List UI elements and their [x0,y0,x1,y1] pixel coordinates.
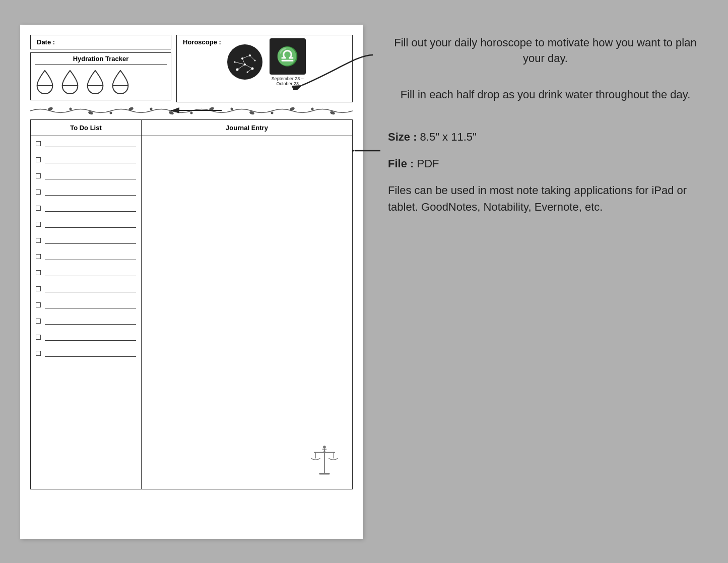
libra-symbol: ♎ [276,46,299,67]
todo-line [45,334,136,341]
checkbox [36,335,41,340]
vine-divider [30,106,353,115]
water-drop-3 [85,70,105,95]
file-label: File : [388,157,414,170]
checkbox [36,286,41,291]
todo-line [45,237,136,244]
todo-line [45,172,136,179]
size-label: Size : [388,131,417,143]
horoscope-label: Horoscope : [183,38,221,46]
list-item [36,269,136,276]
list-item [36,334,136,341]
svg-point-30 [190,111,193,114]
info-panel: Fill out your daily horoscope to motivat… [383,25,708,240]
drops-row [35,68,167,98]
journal-header: Journal Entry [142,120,352,136]
svg-point-29 [150,107,153,110]
svg-line-15 [242,55,250,58]
svg-line-13 [245,65,252,69]
list-item [36,350,136,357]
file-row: File : PDF [388,155,703,172]
checkbox [36,222,41,227]
list-item [36,205,136,212]
checkbox [36,351,41,356]
main-content: To Do List [30,119,353,489]
checkbox [36,254,41,259]
svg-point-28 [110,111,112,114]
list-item [36,285,136,292]
svg-point-39 [323,451,325,453]
hydration-annotation: Fill in each half drop as you drink wate… [388,87,703,103]
todo-header: To Do List [31,120,141,136]
size-value: 8.5" x 11.5" [420,131,477,143]
svg-line-16 [250,55,255,60]
todo-line [45,140,136,147]
hydration-title: Hydration Tracker [35,55,167,65]
file-info: File : PDF [388,155,703,172]
svg-point-33 [311,107,314,110]
todo-items [31,136,141,370]
size-row: Size : 8.5" x 11.5" [388,128,703,146]
libra-date: September 23 – October 23 [268,76,308,86]
svg-rect-35 [319,473,330,475]
todo-line [45,269,136,276]
todo-line [45,318,136,325]
todo-line [45,253,136,260]
libra-symbol-box: ♎ [270,38,306,75]
description-text: Files can be used in most note taking ap… [388,182,703,215]
svg-point-40 [323,446,326,449]
todo-line [45,301,136,308]
todo-line [45,189,136,196]
horoscope-box: Horoscope : [176,35,353,102]
checkbox [36,206,41,211]
list-item [36,318,136,325]
constellation-circle [227,44,262,80]
svg-line-17 [235,62,245,65]
checkbox [36,319,41,324]
list-item [36,156,136,163]
todo-line [45,350,136,357]
todo-line [45,205,136,212]
planner-document: Date : Hydration Tracker [20,25,363,539]
svg-line-12 [237,65,245,70]
file-value: PDF [417,157,439,170]
list-item [36,253,136,260]
horoscope-note: Fill out your daily horoscope to motivat… [388,35,703,67]
journal-body [142,136,352,489]
svg-point-27 [70,107,72,110]
list-item [36,221,136,228]
todo-line [45,221,136,228]
hydration-note: Fill in each half drop as you drink wate… [388,87,703,103]
checkbox [36,157,41,162]
journal-column: Journal Entry [142,120,352,489]
water-drop-1 [35,70,55,95]
checkbox [36,173,41,178]
hydration-section: Hydration Tracker [30,52,171,100]
todo-column: To Do List [31,120,142,489]
list-item [36,172,136,179]
description-block: Files can be used in most note taking ap… [388,182,703,215]
svg-line-18 [247,69,252,72]
list-item [36,189,136,196]
list-item [36,301,136,308]
checkbox [36,270,41,275]
list-item [36,237,136,244]
water-drop-2 [60,70,80,95]
checkbox [36,190,41,195]
todo-line [45,285,136,292]
checkbox [36,302,41,307]
todo-line [45,156,136,163]
size-info: Size : 8.5" x 11.5" [388,128,703,146]
svg-line-14 [242,58,245,65]
scales-icon [307,444,342,479]
horoscope-images: ♎ September 23 – October 23 [227,38,308,86]
date-label: Date : [37,38,55,46]
svg-point-31 [231,107,233,110]
header-row: Date : Hydration Tracker [30,35,353,102]
constellation-svg [227,44,262,80]
horoscope-annotation: Fill out your daily horoscope to motivat… [388,35,703,67]
checkbox [36,141,41,146]
svg-point-32 [271,111,274,114]
list-item [36,140,136,147]
water-drop-4 [110,70,130,95]
